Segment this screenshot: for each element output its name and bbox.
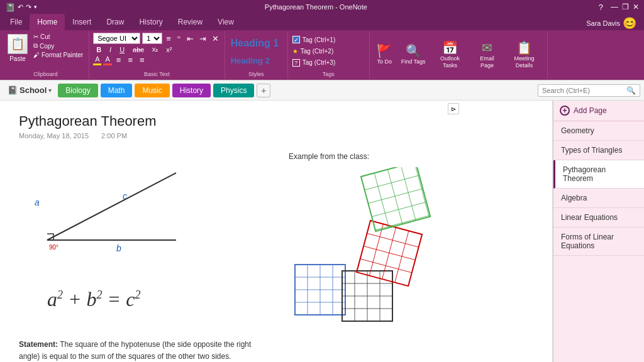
tag1-item[interactable]: ✓ Tag (Ctrl+1) xyxy=(292,35,365,44)
squares-diagram-svg xyxy=(289,167,433,324)
tag2-label: Tag (Ctrl+2) xyxy=(301,48,334,55)
subscript-button[interactable]: x₂ xyxy=(149,44,162,55)
svg-text:a: a xyxy=(35,197,40,207)
page-item-algebra[interactable]: Algebra xyxy=(553,189,644,208)
tab-home[interactable]: Home xyxy=(30,14,65,30)
email-label: Email Page xyxy=(475,55,500,69)
find-tags-label: Find Tags xyxy=(401,58,426,65)
content-body: a b c 90° a2 + b2 = c2 xyxy=(19,152,533,362)
styles-group: Heading 1 Heading 2 Styles xyxy=(225,31,288,79)
tab-insert[interactable]: Insert xyxy=(65,14,99,30)
section-tab-biology[interactable]: Biology xyxy=(58,84,97,97)
basic-text-group: Segoe UI 16 ≡ ⁼ ⇤ ⇥ ✕ B I U abc x₂ x² A … xyxy=(89,31,225,79)
align-center-button[interactable]: ≡ xyxy=(125,55,135,65)
window-maximize[interactable]: ❐ xyxy=(622,3,629,11)
tag2-item[interactable]: ★ Tag (Ctrl+2) xyxy=(292,47,365,55)
page-item-geometry[interactable]: Geometry xyxy=(553,121,644,141)
collapse-panel-button[interactable]: ⊳ xyxy=(448,103,459,114)
styles-label: Styles xyxy=(229,70,284,77)
bold-button[interactable]: B xyxy=(93,45,104,55)
todo-label: To Do xyxy=(377,58,392,65)
italic-button[interactable]: I xyxy=(106,45,114,55)
section-tab-history[interactable]: History xyxy=(172,84,211,97)
font-family-select[interactable]: Segoe UI xyxy=(93,33,140,44)
copy-button[interactable]: ⧉ Copy xyxy=(31,41,85,50)
font-row-3: A A ≡ ≡ ≡ xyxy=(93,55,221,65)
email-page-button[interactable]: ✉ Email Page xyxy=(472,40,503,71)
format-painter-button[interactable]: 🖌 Format Painter xyxy=(31,51,85,59)
add-page-button[interactable]: + Add Page xyxy=(553,101,644,121)
notebook-dropdown-arrow: ▾ xyxy=(48,87,52,94)
statement-text: Statement: The square of the hypotenuse … xyxy=(19,339,264,362)
search-input[interactable] xyxy=(542,87,624,94)
superscript-button[interactable]: x² xyxy=(163,45,175,55)
title-bar: 📓 ↶ ↷ ▾ Pythagorean Theorem - OneNote ? … xyxy=(0,0,644,14)
heading2-style[interactable]: Heading 2 xyxy=(229,55,284,66)
action-buttons-group: 🚩 To Do 🔍 Find Tags 📅 Outlook Tasks ✉ Em… xyxy=(370,31,548,79)
heading1-style[interactable]: Heading 1 xyxy=(229,37,284,50)
tab-view[interactable]: View xyxy=(210,14,242,30)
tag3-item[interactable]: ? Tag (Ctrl+3) xyxy=(292,58,365,67)
outlook-tasks-button[interactable]: 📅 Outlook Tasks xyxy=(431,40,469,71)
statement-bold-label: Statement: xyxy=(19,340,58,349)
svg-line-21 xyxy=(369,224,383,275)
todo-button[interactable]: 🚩 To Do xyxy=(374,43,396,67)
svg-line-33 xyxy=(368,189,423,203)
format-painter-icon: 🖌 xyxy=(33,52,40,58)
align-left-button[interactable]: ≡ xyxy=(114,55,124,65)
list-numbers-icon[interactable]: ⁼ xyxy=(175,33,183,44)
notebook-bar: 📓 School ▾ Biology Math Music History Ph… xyxy=(0,80,644,101)
section-tab-physics[interactable]: Physics xyxy=(213,84,254,97)
tab-review[interactable]: Review xyxy=(170,14,210,30)
page-title: Pythagorean Theorem xyxy=(19,113,533,129)
page-date: Monday, May 18, 2015 xyxy=(19,132,89,140)
window-close[interactable]: ✕ xyxy=(633,3,639,11)
page-time: 2:00 PM xyxy=(101,132,127,140)
increase-indent-icon[interactable]: ⇥ xyxy=(197,33,208,44)
svg-line-35 xyxy=(375,216,430,230)
tags-group: ✓ Tag (Ctrl+1) ★ Tag (Ctrl+2) ? Tag (Ctr… xyxy=(288,31,370,79)
page-item-forms-of-linear-equations[interactable]: Forms of Linear Equations xyxy=(553,228,644,256)
page-item-pythagorean-theorem[interactable]: Pythagorean Theorem xyxy=(553,160,644,189)
font-size-select[interactable]: 16 xyxy=(142,33,162,44)
page-item-linear-equations[interactable]: Linear Equations xyxy=(553,208,644,228)
clear-format-icon[interactable]: ✕ xyxy=(210,33,221,44)
add-section-button[interactable]: + xyxy=(257,84,270,97)
underline-button[interactable]: U xyxy=(116,45,128,55)
todo-icon: 🚩 xyxy=(377,45,392,57)
help-button[interactable]: ? xyxy=(595,3,607,12)
notebook-name[interactable]: 📓 School ▾ xyxy=(4,84,55,97)
window-minimize[interactable]: — xyxy=(611,3,618,11)
window-title: Pythagorean Theorem - OneNote xyxy=(37,3,595,11)
main-area: ⊳ Pythagorean Theorem Monday, May 18, 20… xyxy=(0,101,644,362)
quick-access-undo[interactable]: ↶ xyxy=(18,3,23,11)
page-item-types-of-triangles[interactable]: Types of Triangles xyxy=(553,141,644,160)
svg-marker-0 xyxy=(47,165,176,240)
cut-button[interactable]: ✂ Cut xyxy=(31,33,85,41)
font-color-button[interactable]: A xyxy=(103,55,111,65)
tab-draw[interactable]: Draw xyxy=(99,14,131,30)
section-tab-math[interactable]: Math xyxy=(101,84,133,97)
find-tags-button[interactable]: 🔍 Find Tags xyxy=(398,43,429,67)
formula-display: a2 + b2 = c2 xyxy=(44,278,182,320)
tab-file[interactable]: File xyxy=(3,14,30,30)
search-icon[interactable]: 🔍 xyxy=(626,86,636,95)
tab-history[interactable]: History xyxy=(131,14,170,30)
list-bullets-icon[interactable]: ≡ xyxy=(164,33,173,44)
section-tab-music[interactable]: Music xyxy=(135,84,169,97)
add-page-circle-icon: + xyxy=(560,106,570,116)
strikethrough-button[interactable]: abc xyxy=(130,45,147,55)
paste-button[interactable]: 📋 Paste xyxy=(6,33,29,63)
decrease-indent-icon[interactable]: ⇤ xyxy=(185,33,196,44)
find-tags-icon: 🔍 xyxy=(406,45,421,57)
meeting-details-button[interactable]: 📋 Meeting Details xyxy=(506,40,543,71)
align-right-button[interactable]: ≡ xyxy=(137,55,147,65)
svg-line-32 xyxy=(365,175,419,190)
highlight-color-button[interactable]: A xyxy=(93,55,101,65)
svg-line-24 xyxy=(367,233,419,247)
tag1-label: Tag (Ctrl+1) xyxy=(303,36,336,43)
quick-access-redo[interactable]: ↷ xyxy=(26,3,31,11)
svg-line-29 xyxy=(388,170,402,224)
ribbon: 📋 Paste ✂ Cut ⧉ Copy 🖌 Format Painter Cl… xyxy=(0,30,644,80)
svg-line-34 xyxy=(372,202,426,216)
